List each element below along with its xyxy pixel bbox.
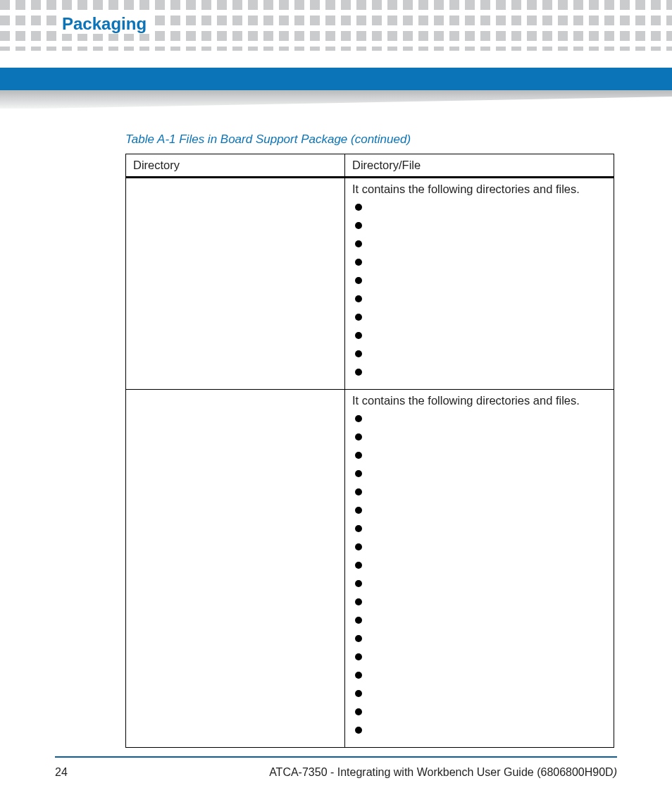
file-bullet [352,328,606,347]
table-row: It contains the following directories an… [126,390,614,748]
file-bullet [352,347,606,365]
file-bullet [352,613,606,632]
file-bullet [352,686,606,705]
file-bullet [352,522,606,540]
file-bullet [352,668,606,686]
document-page: Packaging Table A-1 Files in Board Suppo… [0,0,672,807]
col-directory-file: Directory/File [345,154,614,178]
table-caption: Table A-1 Files in Board Support Package… [125,133,614,147]
cell-directory [126,178,345,390]
header-blue-bar [0,68,672,90]
cell-intro-text: It contains the following directories an… [352,394,606,407]
table-body: It contains the following directories an… [126,178,614,748]
page-footer: 24 ATCA-7350 - Integrating with Workbenc… [55,766,617,779]
file-bullet [352,650,606,668]
file-bullet [352,448,606,467]
file-bullet [352,632,606,650]
file-bullet-list [352,412,606,741]
file-bullet [352,723,606,741]
file-bullet [352,237,606,255]
table-row: It contains the following directories an… [126,178,614,390]
file-bullet [352,310,606,328]
file-bullet-list [352,200,606,383]
main-content: Table A-1 Files in Board Support Package… [125,133,614,748]
file-bullet [352,273,606,292]
doc-reference: ATCA-7350 - Integrating with Workbench U… [269,766,617,779]
bsp-table: Directory Directory/File It contains the… [125,154,614,748]
file-bullet [352,595,606,613]
page-number: 24 [55,766,68,779]
col-directory: Directory [126,154,345,178]
file-bullet [352,467,606,485]
file-bullet [352,255,606,273]
cell-intro-text: It contains the following directories an… [352,183,606,196]
file-bullet [352,430,606,448]
file-bullet [352,540,606,558]
file-bullet [352,365,606,383]
file-bullet [352,485,606,503]
file-bullet [352,292,606,310]
footer-rule [55,756,617,758]
doc-title: ATCA-7350 - Integrating with Workbench U… [269,766,614,778]
table-header-row: Directory Directory/File [126,154,614,178]
file-bullet [352,558,606,577]
file-bullet [352,412,606,430]
file-bullet [352,200,606,218]
file-bullet [352,218,606,237]
cell-directory [126,390,345,748]
closing-paren: ) [614,766,617,778]
cell-directory-file: It contains the following directories an… [345,178,614,390]
file-bullet [352,577,606,595]
file-bullet [352,705,606,723]
section-heading: Packaging [56,14,152,34]
header-shadow [0,90,672,109]
cell-directory-file: It contains the following directories an… [345,390,614,748]
file-bullet [352,503,606,522]
